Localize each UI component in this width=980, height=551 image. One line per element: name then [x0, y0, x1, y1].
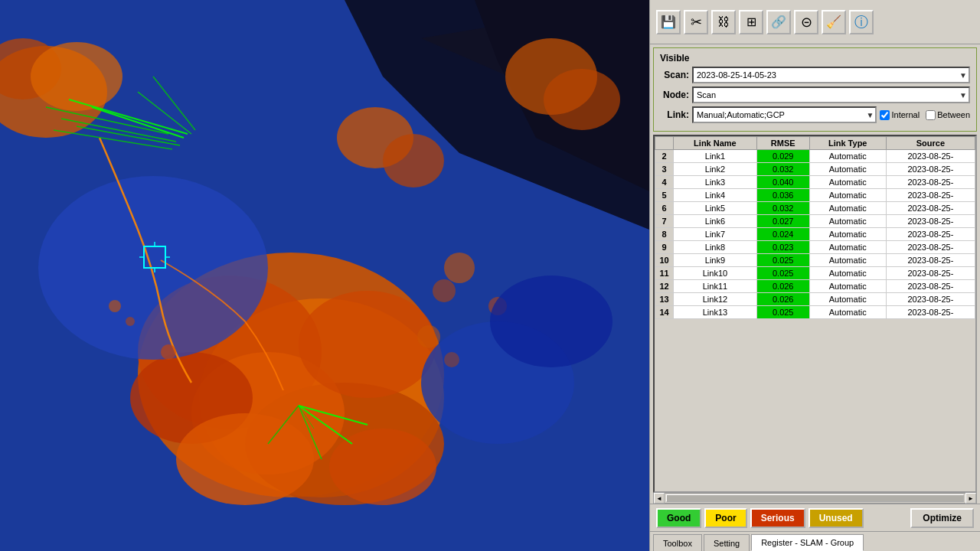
svg-point-46 [161, 344, 176, 360]
table-row[interactable]: 10 Link9 0.025 Automatic 2023-08-25- [655, 254, 975, 267]
cell-source: 2023-08-25- [886, 293, 975, 306]
cell-source: 2023-08-25- [886, 163, 975, 176]
visible-title: Visible [660, 53, 970, 64]
cell-name: Link13 [674, 306, 757, 319]
optimize-button[interactable]: Optimize [910, 508, 974, 528]
info-button[interactable]: ⓘ [849, 10, 874, 34]
table-scroll[interactable]: Link Name RMSE Link Type Source 2 Link1 … [653, 135, 977, 493]
checkbox-group: Internal Between [880, 110, 970, 120]
table-hscroll[interactable]: ◄ ► [653, 493, 977, 504]
svg-point-48 [444, 352, 459, 367]
circle-button[interactable]: ⊝ [794, 10, 818, 34]
legend-unused-button[interactable]: Unused [808, 508, 864, 528]
link-table: Link Name RMSE Link Type Source 2 Link1 … [655, 136, 975, 319]
scroll-left-button[interactable]: ◄ [654, 493, 665, 504]
cell-index: 4 [655, 176, 674, 189]
table-row[interactable]: 6 Link5 0.032 Automatic 2023-08-25- [655, 202, 975, 215]
table-row[interactable]: 7 Link6 0.027 Automatic 2023-08-25- [655, 215, 975, 228]
tab-toolbox[interactable]: Toolbox [653, 534, 702, 551]
cell-name: Link2 [674, 163, 757, 176]
cell-rmse: 0.036 [756, 189, 809, 202]
cell-name: Link1 [674, 150, 757, 163]
svg-point-11 [329, 429, 436, 505]
col-rmse: RMSE [756, 137, 809, 150]
cell-name: Link12 [674, 293, 757, 306]
between-checkbox[interactable] [926, 110, 936, 120]
svg-point-15 [31, 42, 122, 111]
cell-rmse: 0.023 [756, 241, 809, 254]
cell-rmse: 0.026 [756, 293, 809, 306]
col-index [655, 137, 674, 150]
cell-index: 2 [655, 150, 674, 163]
internal-label: Internal [891, 110, 920, 119]
between-checkbox-label[interactable]: Between [926, 110, 970, 120]
table-header-row: Link Name RMSE Link Type Source [655, 137, 975, 150]
link-dropdown[interactable]: Manual;Automatic;GCP ▼ [692, 106, 877, 123]
cell-source: 2023-08-25- [886, 176, 975, 189]
scan-value: 2023-08-25-14-05-23 [697, 70, 776, 80]
node-dropdown[interactable]: Scan ▼ [692, 86, 970, 103]
link-label: Link: [660, 109, 689, 120]
tab-setting[interactable]: Setting [704, 534, 750, 551]
cell-source: 2023-08-25- [886, 202, 975, 215]
link-row: Link: Manual;Automatic;GCP ▼ Internal Be… [660, 106, 970, 123]
tab-register-slam-group[interactable]: Register - SLAM - Group [751, 534, 864, 551]
table-row[interactable]: 11 Link10 0.025 Automatic 2023-08-25- [655, 267, 975, 280]
legend-poor-button[interactable]: Poor [704, 508, 746, 528]
chain-button[interactable]: 🔗 [766, 10, 791, 34]
cell-source: 2023-08-25- [886, 215, 975, 228]
node-value: Scan [697, 90, 716, 99]
table-row[interactable]: 9 Link8 0.023 Automatic 2023-08-25- [655, 241, 975, 254]
cell-type: Automatic [809, 202, 886, 215]
internal-checkbox[interactable] [880, 110, 890, 120]
table-row[interactable]: 5 Link4 0.036 Automatic 2023-08-25- [655, 189, 975, 202]
link-value: Manual;Automatic;GCP [697, 110, 785, 119]
table-row[interactable]: 14 Link13 0.025 Automatic 2023-08-25- [655, 306, 975, 319]
scroll-thumb[interactable] [666, 494, 964, 502]
visible-section: Visible Scan: 2023-08-25-14-05-23 ▼ Node… [653, 47, 977, 132]
link-tool-button[interactable]: ⛓ [711, 10, 736, 34]
cell-type: Automatic [809, 228, 886, 241]
col-source: Source [886, 137, 975, 150]
svg-point-21 [433, 279, 456, 302]
cursor-button[interactable]: ✂ [684, 10, 708, 34]
legend-good-button[interactable]: Good [656, 508, 701, 528]
broom-button[interactable]: 🧹 [822, 10, 846, 34]
internal-checkbox-label[interactable]: Internal [880, 110, 920, 120]
svg-point-12 [176, 413, 314, 505]
cell-name: Link3 [674, 176, 757, 189]
cell-name: Link7 [674, 228, 757, 241]
table-row[interactable]: 8 Link7 0.024 Automatic 2023-08-25- [655, 228, 975, 241]
scan-dropdown[interactable]: 2023-08-25-14-05-23 ▼ [692, 67, 970, 83]
cell-rmse: 0.032 [756, 163, 809, 176]
cell-rmse: 0.025 [756, 306, 809, 319]
cell-index: 10 [655, 254, 674, 267]
legend-serious-button[interactable]: Serious [750, 508, 805, 528]
grid-button[interactable]: ⊞ [739, 10, 763, 34]
cell-index: 5 [655, 189, 674, 202]
table-row[interactable]: 3 Link2 0.032 Automatic 2023-08-25- [655, 163, 975, 176]
scan-label: Scan: [660, 70, 689, 80]
cell-source: 2023-08-25- [886, 241, 975, 254]
cell-source: 2023-08-25- [886, 267, 975, 280]
toolbar: 💾 ✂ ⛓ ⊞ 🔗 ⊝ 🧹 ⓘ [650, 0, 980, 44]
svg-point-20 [444, 253, 475, 283]
map-panel[interactable] [0, 0, 649, 551]
cell-name: Link10 [674, 267, 757, 280]
save-button[interactable]: 💾 [656, 10, 681, 34]
cell-index: 7 [655, 215, 674, 228]
table-row[interactable]: 13 Link12 0.026 Automatic 2023-08-25- [655, 293, 975, 306]
cell-index: 11 [655, 267, 674, 280]
table-row[interactable]: 4 Link3 0.040 Automatic 2023-08-25- [655, 176, 975, 189]
bottom-tabs: Toolbox Setting Register - SLAM - Group [650, 531, 980, 551]
cell-type: Automatic [809, 267, 886, 280]
table-row[interactable]: 12 Link11 0.026 Automatic 2023-08-25- [655, 280, 975, 293]
cell-index: 14 [655, 306, 674, 319]
svg-point-47 [417, 325, 440, 348]
scroll-right-button[interactable]: ► [965, 493, 976, 504]
cell-name: Link11 [674, 280, 757, 293]
table-area: Link Name RMSE Link Type Source 2 Link1 … [653, 135, 977, 493]
table-row[interactable]: 2 Link1 0.029 Automatic 2023-08-25- [655, 150, 975, 163]
cell-index: 13 [655, 293, 674, 306]
svg-point-45 [126, 317, 135, 326]
